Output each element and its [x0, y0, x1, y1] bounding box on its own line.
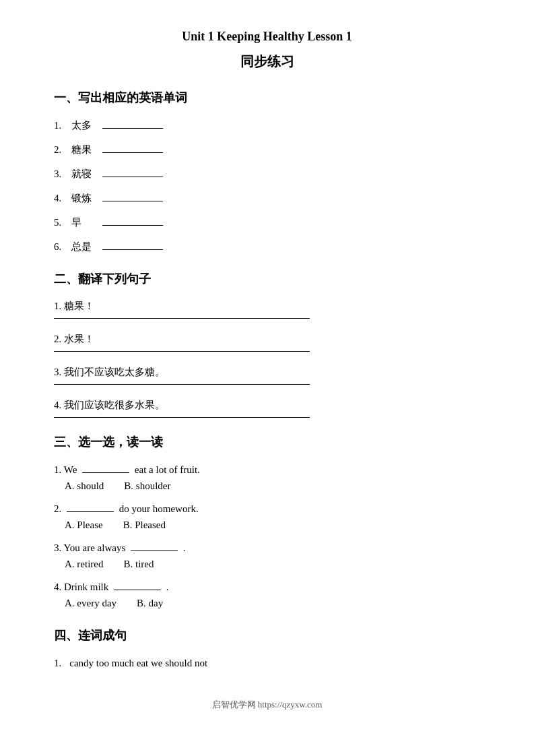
section1-title: 一、写出相应的英语单词: [54, 88, 480, 108]
question-line: 3. You are always .: [54, 540, 480, 556]
item-text: 我们不应该吃太多糖。: [64, 367, 165, 377]
answer-line: [54, 417, 310, 418]
option[interactable]: B. day: [137, 598, 163, 608]
translation-question: 4. 我们应该吃很多水果。: [54, 397, 480, 413]
item-text: 总是: [71, 239, 96, 255]
section1-items: 1. 太多 2. 糖果 3. 就寝 4. 锻炼 5. 早 6. 总是: [54, 117, 480, 255]
option[interactable]: A. retired: [65, 559, 103, 569]
item-number: 6.: [54, 239, 67, 255]
fill-blank[interactable]: [82, 472, 129, 473]
select-item: 1. We eat a lot of fruit.A. shouldB. sho…: [54, 462, 480, 494]
translation-item: 4. 我们应该吃很多水果。: [54, 397, 480, 418]
options-row: A. every dayB. day: [65, 595, 480, 611]
option[interactable]: B. shoulder: [124, 480, 170, 491]
list-item: 3. 就寝: [54, 166, 480, 182]
list-item: 6. 总是: [54, 239, 480, 255]
fill-blank[interactable]: [114, 590, 161, 590]
blank-field[interactable]: [102, 152, 163, 153]
item-number: 1.: [54, 464, 64, 475]
item-number: 1.: [54, 655, 61, 671]
list-item: 5. 早: [54, 214, 480, 230]
fill-blank[interactable]: [67, 511, 114, 512]
section3-items: 1. We eat a lot of fruit.A. shouldB. sho…: [54, 462, 480, 611]
item-before: Drink milk: [64, 581, 111, 592]
translation-item: 3. 我们不应该吃太多糖。: [54, 364, 480, 385]
item-text: candy too much eat we should not: [69, 655, 207, 671]
item-number: 3.: [54, 166, 67, 182]
option[interactable]: B. Pleased: [123, 519, 166, 530]
item-before: You are always: [63, 542, 128, 553]
answer-line: [54, 384, 310, 385]
section3-title: 三、选一选，读一读: [54, 433, 480, 452]
blank-field[interactable]: [102, 201, 163, 201]
blank-field[interactable]: [102, 249, 163, 250]
item-number: 3.: [54, 367, 61, 377]
footer-text: 启智优学网 https://qzyxw.com: [54, 698, 480, 712]
main-title: Unit 1 Keeping Healthy Lesson 1: [54, 27, 480, 46]
item-after: eat a lot of fruit.: [132, 464, 200, 475]
translation-question: 3. 我们不应该吃太多糖。: [54, 364, 480, 380]
blank-field[interactable]: [102, 128, 163, 129]
options-row: A. retiredB. tired: [65, 556, 480, 572]
list-item: 4. 锻炼: [54, 190, 480, 206]
option[interactable]: A. every day: [65, 598, 116, 608]
item-text: 糖果: [71, 141, 96, 158]
section2-title: 二、翻译下列句子: [54, 270, 480, 289]
item-number: 4.: [54, 400, 61, 410]
item-number: 2.: [54, 334, 61, 344]
section4-items: 1. candy too much eat we should not: [54, 655, 480, 671]
item-before: We: [64, 464, 79, 475]
item-after: .: [164, 581, 169, 592]
translation-question: 2. 水果！: [54, 331, 480, 347]
item-number: 4.: [54, 581, 64, 592]
question-line: 2. do your homework.: [54, 501, 480, 517]
option[interactable]: A. should: [65, 480, 104, 491]
answer-line: [54, 318, 310, 319]
translation-item: 2. 水果！: [54, 331, 480, 352]
answer-line: [54, 351, 310, 352]
item-text: 我们应该吃很多水果。: [64, 400, 165, 410]
option[interactable]: B. tired: [123, 559, 154, 569]
translation-question: 1. 糖果！: [54, 298, 480, 314]
section2-items: 1. 糖果！ 2. 水果！ 3. 我们不应该吃太多糖。 4. 我们应该吃很多水果…: [54, 298, 480, 418]
item-text: 太多: [71, 117, 96, 133]
blank-field[interactable]: [102, 225, 163, 226]
list-item: 1. candy too much eat we should not: [54, 655, 480, 671]
item-number: 4.: [54, 190, 67, 206]
list-item: 1. 太多: [54, 117, 480, 133]
select-item: 4. Drink milk .A. every dayB. day: [54, 579, 480, 611]
options-row: A. shouldB. shoulder: [65, 478, 480, 494]
question-line: 4. Drink milk .: [54, 579, 480, 595]
list-item: 2. 糖果: [54, 141, 480, 158]
select-item: 2. do your homework.A. PleaseB. Pleased: [54, 501, 480, 533]
section4-title: 四、连词成句: [54, 626, 480, 645]
item-number: 2.: [54, 141, 67, 158]
item-after: do your homework.: [116, 503, 199, 514]
item-number: 5.: [54, 214, 67, 230]
item-text: 早: [71, 214, 96, 230]
item-after: .: [180, 542, 186, 553]
item-text: 水果！: [64, 334, 94, 344]
item-number: 1.: [54, 117, 67, 133]
item-number: 2.: [54, 503, 64, 514]
option[interactable]: A. Please: [65, 519, 103, 530]
blank-field[interactable]: [102, 177, 163, 177]
sub-title: 同步练习: [54, 51, 480, 72]
item-text: 就寝: [71, 166, 96, 182]
fill-blank[interactable]: [131, 550, 178, 551]
item-text: 锻炼: [71, 190, 96, 206]
select-item: 3. You are always .A. retiredB. tired: [54, 540, 480, 572]
question-line: 1. We eat a lot of fruit.: [54, 462, 480, 478]
options-row: A. PleaseB. Pleased: [65, 517, 480, 533]
item-text: 糖果！: [64, 301, 94, 311]
item-number: 3.: [54, 542, 63, 553]
translation-item: 1. 糖果！: [54, 298, 480, 319]
item-number: 1.: [54, 301, 61, 311]
